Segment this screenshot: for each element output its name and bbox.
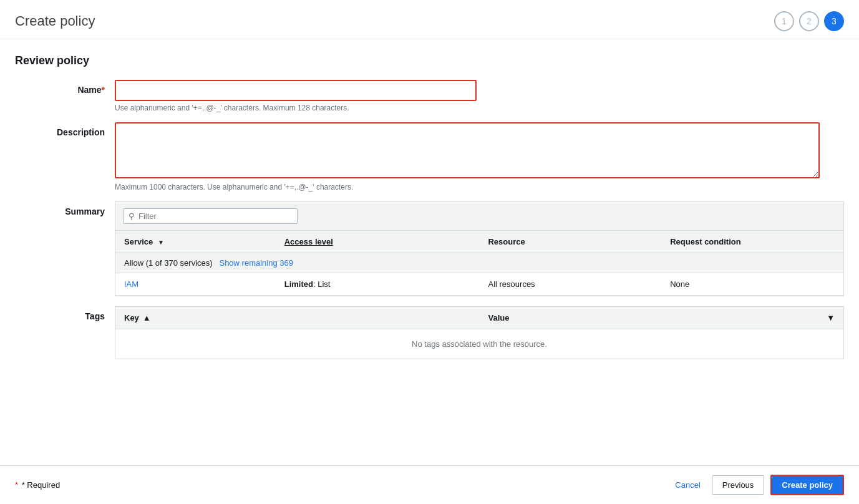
name-hint: Use alphanumeric and '+=,.@-_' character…	[115, 104, 844, 112]
iam-row: IAM Limited: List All resources None	[115, 273, 843, 296]
allow-text: Allow (1 of 370 services)	[124, 258, 213, 268]
access-level-header[interactable]: Access level	[276, 231, 480, 253]
previous-button[interactable]: Previous	[712, 475, 765, 495]
tags-label: Tags	[15, 306, 115, 321]
description-label: Description	[15, 122, 115, 137]
summary-label: Summary	[15, 201, 115, 216]
key-header: Key ▲	[115, 307, 480, 329]
page-title: Create policy	[15, 13, 95, 29]
cancel-button[interactable]: Cancel	[670, 476, 705, 494]
filter-input-wrap: ⚲	[123, 208, 298, 224]
request-condition-cell: None	[661, 273, 843, 296]
access-level-cell: Limited: List	[276, 273, 480, 296]
description-hint: Maximum 1000 characters. Use alphanumeri…	[115, 183, 844, 191]
tags-section: Tags Key ▲	[15, 306, 844, 359]
resource-header: Resource	[479, 231, 661, 253]
sort-down-icon: ▼	[827, 313, 835, 322]
name-input[interactable]	[115, 80, 477, 101]
filter-input[interactable]	[138, 211, 292, 221]
allow-row: Allow (1 of 370 services) Show remaining…	[115, 253, 843, 273]
iam-service-link[interactable]: IAM	[124, 279, 138, 289]
filter-bar: ⚲	[115, 202, 843, 231]
section-title: Review policy	[15, 54, 844, 67]
footer: * * Required Cancel Previous Create poli…	[0, 465, 859, 504]
name-row: Name* Use alphanumeric and '+=,.@-_' cha…	[15, 80, 844, 112]
description-textarea[interactable]	[115, 122, 820, 178]
search-icon: ⚲	[129, 211, 135, 221]
create-policy-button[interactable]: Create policy	[770, 475, 844, 495]
summary-table-wrapper: ⚲ Service ▼ Access level	[115, 201, 844, 296]
steps-indicator: 1 2 3	[774, 11, 844, 31]
name-label: Name*	[15, 80, 115, 95]
resource-cell: All resources	[479, 273, 661, 296]
main-content: Review policy Name* Use alphanumeric and…	[0, 39, 859, 465]
footer-buttons: Cancel Previous Create policy	[670, 475, 844, 495]
no-tags-text: No tags associated with the resource.	[115, 329, 843, 359]
tags-table: Key ▲ Value ▼	[115, 307, 843, 359]
step-3: 3	[824, 11, 844, 31]
required-note: * * Required	[15, 480, 60, 490]
sort-up-icon: ▲	[143, 313, 151, 322]
service-header[interactable]: Service ▼	[115, 231, 276, 253]
request-condition-header: Request condition	[661, 231, 843, 253]
show-remaining-link[interactable]: Show remaining 369	[219, 258, 293, 268]
value-header: Value ▼	[480, 307, 844, 329]
tags-table-wrapper: Key ▲ Value ▼	[115, 306, 844, 359]
description-row: Description Maximum 1000 characters. Use…	[15, 122, 844, 191]
step-1: 1	[774, 11, 794, 31]
summary-table: Service ▼ Access level Resource Request …	[115, 231, 843, 296]
name-field-wrapper: Use alphanumeric and '+=,.@-_' character…	[115, 80, 844, 112]
description-field-wrapper: Maximum 1000 characters. Use alphanumeri…	[115, 122, 844, 191]
summary-section: Summary ⚲ Service ▼	[15, 201, 844, 296]
page-header: Create policy 1 2 3	[0, 0, 859, 39]
no-tags-row: No tags associated with the resource.	[115, 329, 843, 359]
step-2: 2	[799, 11, 819, 31]
